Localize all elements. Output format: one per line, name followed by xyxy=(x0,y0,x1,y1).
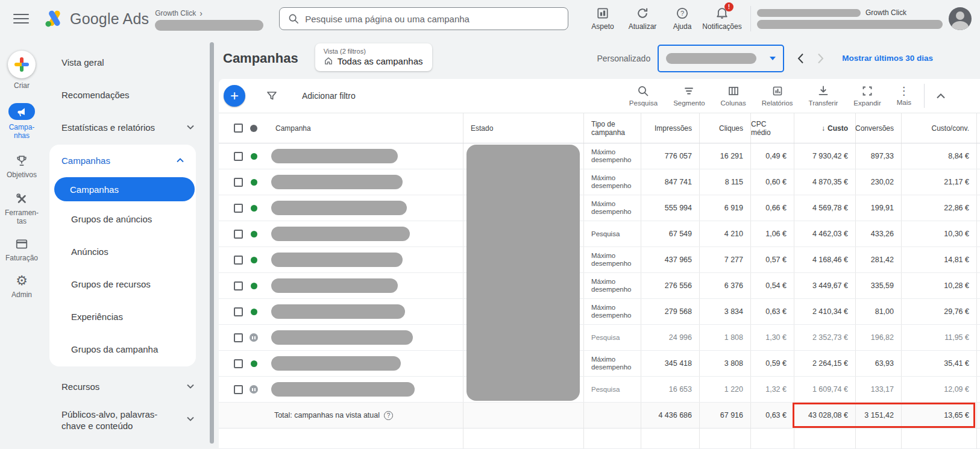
impressoes-cell: 555 994 xyxy=(641,195,699,221)
campaign-status-icon[interactable] xyxy=(251,283,257,289)
reports-button[interactable]: Relatórios xyxy=(754,81,801,110)
header-estado[interactable]: Estado xyxy=(463,113,583,143)
help-button[interactable]: ? Ajuda xyxy=(662,7,702,31)
sidenav-item-asset-groups[interactable]: Grupos de recursos xyxy=(49,268,196,300)
appearance-button[interactable]: Aspeto xyxy=(583,7,623,31)
sidenav-item-audiences[interactable]: Públicos-alvo, palavras-chave e conteúdo xyxy=(43,403,209,435)
previous-period-button[interactable] xyxy=(797,53,804,64)
segment-button[interactable]: Segmento xyxy=(665,81,712,110)
sidenav-item-campaigns[interactable]: Campanhas xyxy=(54,177,195,201)
refresh-button[interactable]: Atualizar xyxy=(623,7,662,31)
rail-item-goals[interactable]: Objetivos xyxy=(2,154,41,179)
sidenav-group-campaigns[interactable]: Campanhas xyxy=(49,145,196,176)
sidenav-item-ads[interactable]: Anúncios xyxy=(49,235,196,268)
row-checkbox[interactable] xyxy=(234,359,243,368)
header-cliques[interactable]: Cliques xyxy=(699,113,750,143)
global-search[interactable] xyxy=(279,7,568,30)
campaign-status-icon[interactable] xyxy=(251,153,257,160)
campaign-status-icon[interactable] xyxy=(250,385,258,394)
add-filter-button[interactable]: Adicionar filtro xyxy=(302,91,356,101)
row-checkbox[interactable] xyxy=(234,256,243,265)
select-all-checkbox[interactable] xyxy=(234,124,243,133)
sidenav-item-overview[interactable]: Vista geral xyxy=(43,46,209,78)
more-button[interactable]: ⋮ Mais xyxy=(889,81,919,110)
download-button[interactable]: Transferir xyxy=(801,81,846,110)
status-filter-icon[interactable] xyxy=(250,125,257,132)
campaign-status-icon[interactable] xyxy=(251,179,257,186)
hamburger-menu-icon[interactable] xyxy=(13,11,29,27)
rail-item-admin[interactable]: ⚙ Admin xyxy=(2,274,41,299)
table-row[interactable]: Máximo desempenho 847 741 8 115 0,60 € 4… xyxy=(219,169,980,195)
sidenav-item-insights-reports[interactable]: Estatísticas e relatórios xyxy=(43,111,209,143)
table-body: Máximo desempenho 776 057 16 291 0,49 € … xyxy=(219,143,980,403)
campaign-name-redacted[interactable] xyxy=(271,382,415,397)
campaign-name-redacted[interactable] xyxy=(271,227,410,241)
row-checkbox[interactable] xyxy=(234,152,243,161)
sidenav-item-ad-groups[interactable]: Grupos de anúncios xyxy=(49,203,196,235)
campaign-name-redacted[interactable] xyxy=(271,201,407,215)
header-cpc[interactable]: CPC médio xyxy=(750,113,794,143)
content-scrollbar[interactable] xyxy=(210,42,214,444)
help-icon[interactable]: ? xyxy=(384,411,393,420)
table-row[interactable]: Máximo desempenho 555 994 6 919 0,66 € 4… xyxy=(219,195,980,221)
campaign-name-redacted[interactable] xyxy=(271,356,401,371)
table-row[interactable]: Máximo desempenho 437 965 7 277 0,57 € 4… xyxy=(219,247,980,273)
rail-item-campaigns[interactable]: Campa-nhas xyxy=(2,103,41,140)
sidenav-item-assets[interactable]: Recursos xyxy=(43,370,209,403)
header-custo[interactable]: ↓ Custo xyxy=(794,113,855,143)
add-campaign-button[interactable]: + xyxy=(224,85,245,107)
table-row[interactable]: Pesquisa 67 549 4 210 1,06 € 4 462,03 € … xyxy=(219,221,980,247)
cliques-cell: 4 210 xyxy=(699,221,750,246)
filter-funnel-icon[interactable] xyxy=(266,90,278,102)
campaign-name-redacted[interactable] xyxy=(271,253,403,267)
table-row[interactable]: Máximo desempenho 776 057 16 291 0,49 € … xyxy=(219,143,980,169)
campaign-name-redacted[interactable] xyxy=(271,175,403,189)
show-last-30-days-link[interactable]: Mostrar últimos 30 dias xyxy=(842,54,933,63)
table-row[interactable]: Máximo desempenho 345 418 3 808 0,59 € 2… xyxy=(219,351,980,377)
collapse-toolbar-button[interactable] xyxy=(929,89,952,104)
header-tipo[interactable]: Tipo de campanha xyxy=(583,113,641,143)
campaign-status-icon[interactable] xyxy=(251,257,257,263)
row-checkbox[interactable] xyxy=(234,281,243,290)
campaign-status-icon[interactable] xyxy=(250,333,258,342)
search-table-button[interactable]: Pesquisa xyxy=(621,81,665,110)
header-custo-conv[interactable]: Custo/conv. xyxy=(901,113,976,143)
row-checkbox[interactable] xyxy=(234,307,243,316)
table-row[interactable]: Pesquisa 24 996 1 808 1,30 € 2 352,73 € … xyxy=(219,325,980,351)
header-impressoes[interactable]: Impressões xyxy=(641,113,699,143)
sidenav-item-recommendations[interactable]: Recomendações xyxy=(43,78,209,111)
row-checkbox[interactable] xyxy=(234,204,243,213)
row-checkbox[interactable] xyxy=(234,333,243,342)
campaign-status-icon[interactable] xyxy=(251,309,257,315)
date-range-dropdown[interactable] xyxy=(658,45,784,72)
rail-item-create[interactable]: Criar xyxy=(2,51,41,90)
view-selector-chip[interactable]: Vista (2 filtros) Todas as campanhas xyxy=(315,43,433,71)
expand-button[interactable]: Expandir xyxy=(846,81,888,110)
campaign-name-redacted[interactable] xyxy=(271,304,405,319)
row-checkbox[interactable] xyxy=(234,385,243,394)
columns-button[interactable]: Colunas xyxy=(713,81,754,110)
campaign-status-icon[interactable] xyxy=(251,360,257,367)
row-checkbox[interactable] xyxy=(234,230,243,239)
notifications-button[interactable]: ! Notificações xyxy=(702,7,742,31)
table-row[interactable]: Pesquisa 16 653 1 220 1,32 € 1 609,74 € … xyxy=(219,377,980,403)
next-period-button[interactable] xyxy=(817,53,824,64)
campaign-status-icon[interactable] xyxy=(251,205,257,212)
campaign-status-icon[interactable] xyxy=(251,231,257,237)
campaign-name-redacted[interactable] xyxy=(271,278,398,293)
rail-item-tools[interactable]: Ferramen-tas xyxy=(2,192,41,225)
campaign-name-redacted[interactable] xyxy=(271,149,398,163)
campaign-name-redacted[interactable] xyxy=(271,330,413,345)
sidenav-item-campaign-groups[interactable]: Grupos da campanha xyxy=(49,333,196,365)
table-row[interactable]: Máximo desempenho 279 568 3 834 0,63 € 2… xyxy=(219,299,980,325)
search-input[interactable] xyxy=(305,14,559,24)
table-row[interactable]: Máximo desempenho 276 556 6 376 0,54 € 3… xyxy=(219,273,980,299)
header-campaign[interactable]: Campanha xyxy=(265,113,463,143)
header-conversoes[interactable]: Conversões xyxy=(855,113,901,143)
avatar[interactable] xyxy=(949,7,972,30)
row-checkbox[interactable] xyxy=(234,178,243,187)
rail-item-billing[interactable]: Faturação xyxy=(2,237,41,262)
create-button[interactable] xyxy=(8,51,36,78)
breadcrumb[interactable]: Growth Click › xyxy=(155,8,263,31)
sidenav-item-experiments[interactable]: Experiências xyxy=(49,300,196,333)
